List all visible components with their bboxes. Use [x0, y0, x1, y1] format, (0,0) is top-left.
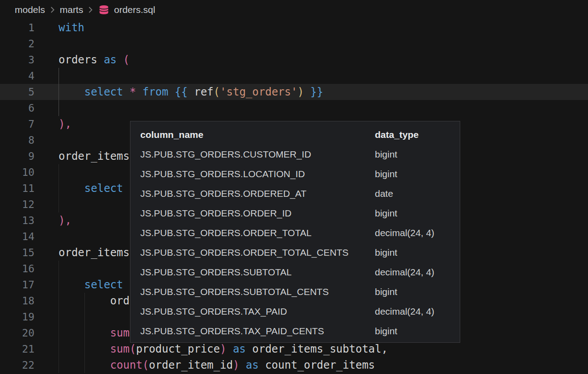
indent-guide: [59, 261, 59, 277]
popup-row: JS.PUB.STG_ORDERS.CUSTOMER_IDbigint: [140, 145, 460, 164]
code-text: count(order_item_id) as count_order_item…: [59, 357, 375, 373]
popup-cell-data-type: bigint: [375, 287, 460, 297]
code-line-6[interactable]: 6: [0, 100, 588, 116]
line-number: 5: [0, 84, 34, 100]
breadcrumb-item-models[interactable]: models: [15, 4, 45, 15]
popup-row: JS.PUB.STG_ORDERS.ORDER_IDbigint: [140, 204, 460, 223]
popup-cell-column-name: JS.PUB.STG_ORDERS.ORDERED_AT: [140, 188, 375, 199]
indent-guide: [59, 68, 59, 84]
popup-header-data-type: data_type: [375, 129, 460, 140]
code-line-2[interactable]: 2: [0, 36, 588, 52]
indent-guide: [59, 309, 59, 325]
popup-row: JS.PUB.STG_ORDERS.ORDERED_ATdate: [140, 184, 460, 204]
line-number: 7: [0, 116, 34, 132]
popup-cell-data-type: bigint: [375, 169, 460, 179]
indent-guide: [59, 100, 59, 116]
breadcrumb-item-marts[interactable]: marts: [60, 4, 84, 15]
popup-row: JS.PUB.STG_ORDERS.TAX_PAID_CENTSbigint: [140, 321, 460, 341]
line-number: 4: [0, 68, 34, 84]
code-text: orders as (: [59, 52, 130, 68]
line-number: 8: [0, 132, 34, 148]
line-number: 2: [0, 36, 34, 52]
popup-cell-column-name: JS.PUB.STG_ORDERS.ORDER_TOTAL_CENTS: [140, 247, 375, 258]
popup-row: JS.PUB.STG_ORDERS.LOCATION_IDbigint: [140, 164, 460, 184]
line-number: 16: [0, 261, 34, 277]
code-text: order_items: [59, 148, 130, 164]
indent-guide: [84, 309, 85, 325]
popup-cell-column-name: JS.PUB.STG_ORDERS.ORDER_TOTAL: [140, 228, 375, 238]
breadcrumb-bar: models marts orders.sql: [0, 0, 588, 20]
code-text: select: [59, 277, 123, 293]
popup-cell-data-type: decimal(24, 4): [375, 306, 460, 317]
code-line-1[interactable]: 1with: [0, 20, 588, 36]
code-line-4[interactable]: 4: [0, 68, 588, 84]
line-number: 10: [0, 164, 34, 180]
popup-cell-data-type: date: [375, 188, 460, 199]
breadcrumb-file-name[interactable]: orders.sql: [114, 4, 155, 15]
code-line-3[interactable]: 3orders as (: [0, 52, 588, 68]
code-text: order_items: [59, 245, 130, 261]
code-line-21[interactable]: 21 sum(product_price) as order_items_sub…: [0, 341, 588, 357]
code-text: ord: [59, 293, 130, 309]
code-text: sum(product_price) as order_items_subtot…: [59, 341, 388, 357]
popup-row: JS.PUB.STG_ORDERS.SUBTOTALdecimal(24, 4): [140, 262, 460, 282]
line-number: 20: [0, 325, 34, 341]
chevron-right-icon: [88, 6, 93, 14]
code-text: select: [59, 180, 123, 196]
popup-row: JS.PUB.STG_ORDERS.ORDER_TOTALdecimal(24,…: [140, 223, 460, 243]
code-text: ),: [59, 212, 71, 229]
popup-cell-data-type: bigint: [375, 326, 460, 337]
popup-row: JS.PUB.STG_ORDERS.TAX_PAIDdecimal(24, 4): [140, 302, 460, 321]
code-text: ),: [59, 116, 71, 132]
chevron-right-icon: [50, 6, 55, 14]
code-line-5[interactable]: 5 select * from {{ ref('stg_orders') }}: [0, 84, 588, 100]
dbt-ide-editor: models marts orders.sql 1with23orders as…: [0, 0, 588, 374]
popup-cell-column-name: JS.PUB.STG_ORDERS.TAX_PAID_CENTS: [140, 326, 375, 337]
line-number: 21: [0, 341, 34, 357]
database-icon: [99, 5, 109, 15]
column-info-popup: column_name data_type JS.PUB.STG_ORDERS.…: [130, 121, 460, 343]
code-line-22[interactable]: 22 count(order_item_id) as count_order_i…: [0, 357, 588, 373]
line-number: 19: [0, 309, 34, 325]
line-number: 6: [0, 100, 34, 116]
line-number: 11: [0, 180, 34, 196]
popup-cell-column-name: JS.PUB.STG_ORDERS.LOCATION_ID: [140, 169, 375, 179]
popup-header-row: column_name data_type: [140, 125, 460, 145]
popup-row: JS.PUB.STG_ORDERS.SUBTOTAL_CENTSbigint: [140, 282, 460, 302]
line-number: 14: [0, 229, 34, 245]
popup-cell-column-name: JS.PUB.STG_ORDERS.ORDER_ID: [140, 208, 375, 219]
line-number: 12: [0, 196, 34, 212]
line-number: 1: [0, 20, 34, 36]
popup-rows: JS.PUB.STG_ORDERS.CUSTOMER_IDbigintJS.PU…: [140, 145, 460, 341]
indent-guide: [59, 164, 59, 180]
popup-cell-column-name: JS.PUB.STG_ORDERS.SUBTOTAL: [140, 267, 375, 278]
popup-cell-data-type: decimal(24, 4): [375, 267, 460, 278]
popup-cell-data-type: bigint: [375, 149, 460, 160]
line-number: 17: [0, 277, 34, 293]
popup-header-column-name: column_name: [140, 129, 375, 140]
popup-cell-data-type: bigint: [375, 208, 460, 219]
popup-cell-data-type: bigint: [375, 247, 460, 258]
popup-row: JS.PUB.STG_ORDERS.ORDER_TOTAL_CENTSbigin…: [140, 243, 460, 262]
popup-cell-column-name: JS.PUB.STG_ORDERS.TAX_PAID: [140, 306, 375, 317]
line-number: 9: [0, 148, 34, 164]
popup-cell-column-name: JS.PUB.STG_ORDERS.CUSTOMER_ID: [140, 149, 375, 160]
code-text: select * from {{ ref('stg_orders') }}: [59, 84, 323, 100]
indent-guide: [59, 196, 59, 212]
popup-cell-column-name: JS.PUB.STG_ORDERS.SUBTOTAL_CENTS: [140, 287, 375, 297]
line-number: 13: [0, 212, 34, 229]
line-number: 3: [0, 52, 34, 68]
code-text: with: [59, 20, 84, 36]
line-number: 22: [0, 357, 34, 373]
line-number: 18: [0, 293, 34, 309]
line-number: 15: [0, 245, 34, 261]
popup-cell-data-type: decimal(24, 4): [375, 228, 460, 238]
editor-code-area[interactable]: 1with23orders as (45 select * from {{ re…: [0, 20, 588, 374]
